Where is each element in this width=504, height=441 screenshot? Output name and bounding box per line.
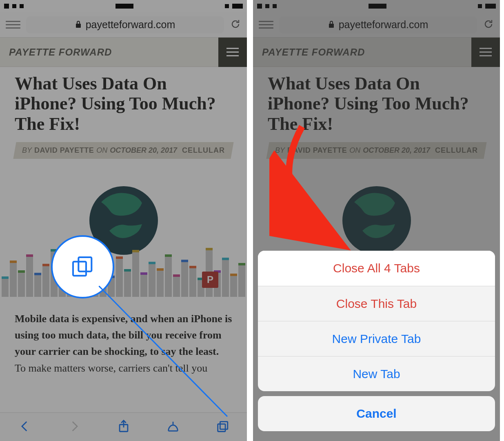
article-title: What Uses Data On iPhone? Using Too Much… <box>15 74 232 134</box>
article-meta: BY DAVID PAYETTE ON OCTOBER 20, 2017 CEL… <box>13 142 233 159</box>
site-header: PAYETTE FORWARD <box>0 38 247 67</box>
status-redacted <box>115 4 133 9</box>
new-tab-label: New Tab <box>353 367 400 381</box>
close-this-tab-label: Close This Tab <box>336 297 417 311</box>
close-all-tabs-button[interactable]: Close All 4 Tabs <box>258 251 495 286</box>
svg-rect-3 <box>218 424 225 431</box>
phone-left: payetteforward.com PAYETTE FORWARD What … <box>0 0 247 441</box>
svg-rect-5 <box>73 261 86 276</box>
meta-category: CELLULAR <box>182 146 225 155</box>
close-this-tab-button[interactable]: Close This Tab <box>258 286 495 321</box>
bookmarks-button[interactable] <box>166 419 180 435</box>
body-rest: To make matters worse, carriers can't te… <box>15 362 207 374</box>
reader-view-button[interactable] <box>6 24 20 25</box>
safari-toolbar <box>0 412 247 441</box>
sheet-group-cancel: Cancel <box>258 396 495 431</box>
svg-rect-6 <box>78 257 91 272</box>
new-tab-button[interactable]: New Tab <box>258 356 495 391</box>
sheet-group-main: Close All 4 Tabs Close This Tab New Priv… <box>258 251 495 391</box>
tabs-button[interactable] <box>215 419 229 435</box>
status-dot <box>12 4 16 8</box>
annotation-bubble <box>51 235 114 298</box>
status-dot <box>4 4 9 9</box>
status-dot <box>225 4 229 8</box>
new-private-tab-button[interactable]: New Private Tab <box>258 321 495 356</box>
tabs-icon <box>70 254 96 280</box>
forward-button <box>67 419 81 435</box>
meta-on-label: ON <box>96 146 107 155</box>
cancel-label: Cancel <box>356 407 396 421</box>
battery-icon <box>232 4 243 9</box>
close-all-tabs-label: Close All 4 Tabs <box>333 261 420 275</box>
article-illustration: P <box>0 169 247 300</box>
cancel-button[interactable]: Cancel <box>258 396 495 431</box>
site-menu-button[interactable] <box>218 38 247 67</box>
lock-icon <box>75 19 82 31</box>
site-badge: P <box>202 272 218 288</box>
article-body: Mobile data is expensive, and when an iP… <box>0 300 247 376</box>
status-bar <box>0 0 247 12</box>
meta-date: OCTOBER 20, 2017 <box>110 146 177 155</box>
url-text: payetteforward.com <box>86 19 175 31</box>
meta-by-label: BY <box>22 146 32 155</box>
browser-nav-bar: payetteforward.com <box>0 12 247 38</box>
back-button[interactable] <box>18 419 32 435</box>
action-sheet: Close All 4 Tabs Close This Tab New Priv… <box>258 251 495 436</box>
address-bar[interactable]: payetteforward.com <box>26 16 224 33</box>
new-private-tab-label: New Private Tab <box>332 332 421 346</box>
status-dot <box>20 4 24 8</box>
svg-rect-4 <box>220 421 227 429</box>
body-lead: Mobile data is expensive, and when an iP… <box>15 313 232 358</box>
reload-button[interactable] <box>230 18 241 31</box>
phone-right: payetteforward.com PAYETTE FORWARD What … <box>253 0 500 441</box>
meta-author: DAVID PAYETTE <box>34 146 94 155</box>
share-button[interactable] <box>117 419 131 435</box>
site-title: PAYETTE FORWARD <box>0 47 112 58</box>
